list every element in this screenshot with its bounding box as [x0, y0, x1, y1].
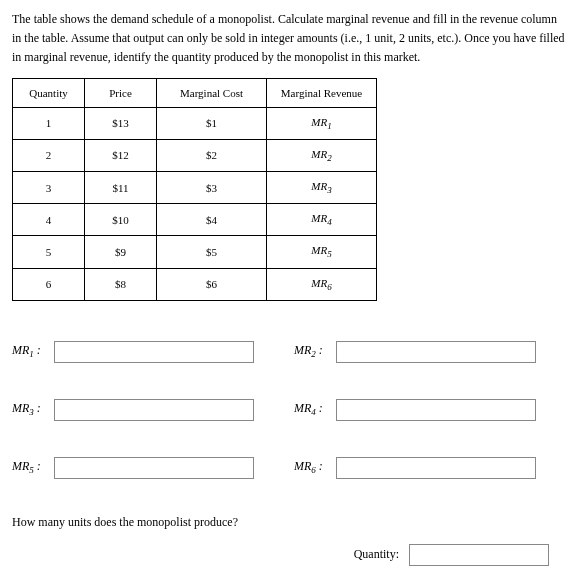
- cell-price: $11: [85, 171, 157, 203]
- mr-label-4: MR4 :: [294, 401, 326, 417]
- table-row: 3$11$3MR3: [13, 171, 377, 203]
- cell-quantity: 1: [13, 107, 85, 139]
- cell-mr: MR6: [267, 268, 377, 300]
- mr-input-grid: MR1 :MR2 :MR3 :MR4 :MR5 :MR6 :: [12, 341, 569, 479]
- table-row: 2$12$2MR2: [13, 139, 377, 171]
- mr-label-3: MR3 :: [12, 401, 44, 417]
- cell-mr: MR1: [267, 107, 377, 139]
- header-price: Price: [85, 78, 157, 107]
- cell-price: $9: [85, 236, 157, 268]
- mr-label-6: MR6 :: [294, 459, 326, 475]
- cell-mc: $1: [157, 107, 267, 139]
- cell-mr: MR5: [267, 236, 377, 268]
- table-row: 4$10$4MR4: [13, 204, 377, 236]
- cell-quantity: 4: [13, 204, 85, 236]
- cell-mr: MR4: [267, 204, 377, 236]
- quantity-input[interactable]: [409, 544, 549, 566]
- header-mr: Marginal Revenue: [267, 78, 377, 107]
- mr-input-row: MR1 :MR2 :: [12, 341, 569, 363]
- cell-quantity: 5: [13, 236, 85, 268]
- mr-label-1: MR1 :: [12, 343, 44, 359]
- mr-input-3[interactable]: [54, 399, 254, 421]
- cell-mc: $2: [157, 139, 267, 171]
- header-quantity: Quantity: [13, 78, 85, 107]
- intro-text: The table shows the demand schedule of a…: [12, 10, 569, 68]
- mr-label-5: MR5 :: [12, 459, 44, 475]
- cell-mc: $5: [157, 236, 267, 268]
- cell-mr: MR3: [267, 171, 377, 203]
- mr-label-2: MR2 :: [294, 343, 326, 359]
- table-row: 6$8$6MR6: [13, 268, 377, 300]
- mr-input-2[interactable]: [336, 341, 536, 363]
- cell-mr: MR2: [267, 139, 377, 171]
- table-row: 1$13$1MR1: [13, 107, 377, 139]
- quantity-question: How many units does the monopolist produ…: [12, 515, 569, 566]
- mr-input-row: MR3 :MR4 :: [12, 399, 569, 421]
- cell-price: $8: [85, 268, 157, 300]
- mr-input-5[interactable]: [54, 457, 254, 479]
- table-row: 5$9$5MR5: [13, 236, 377, 268]
- mr-input-4[interactable]: [336, 399, 536, 421]
- cell-mc: $6: [157, 268, 267, 300]
- cell-quantity: 6: [13, 268, 85, 300]
- mr-input-6[interactable]: [336, 457, 536, 479]
- quantity-label: Quantity:: [354, 547, 399, 562]
- quantity-prompt: How many units does the monopolist produ…: [12, 515, 569, 530]
- table-header-row: Quantity Price Marginal Cost Marginal Re…: [13, 78, 377, 107]
- cell-quantity: 2: [13, 139, 85, 171]
- mr-input-1[interactable]: [54, 341, 254, 363]
- mr-input-row: MR5 :MR6 :: [12, 457, 569, 479]
- cell-price: $10: [85, 204, 157, 236]
- cell-quantity: 3: [13, 171, 85, 203]
- cell-mc: $3: [157, 171, 267, 203]
- cell-price: $12: [85, 139, 157, 171]
- cell-mc: $4: [157, 204, 267, 236]
- cell-price: $13: [85, 107, 157, 139]
- header-mc: Marginal Cost: [157, 78, 267, 107]
- demand-schedule-table: Quantity Price Marginal Cost Marginal Re…: [12, 78, 377, 301]
